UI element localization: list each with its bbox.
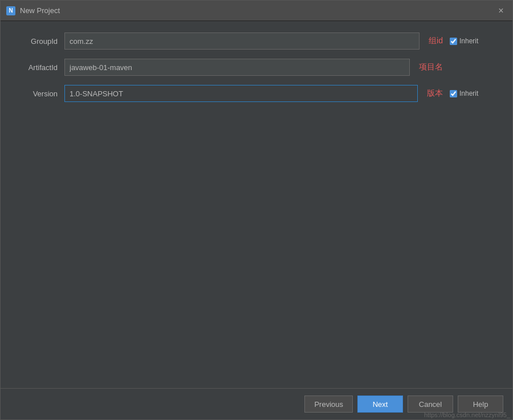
dialog-title: New Project — [20, 6, 60, 15]
watermark: https://blog.csdn.net/nzzynl95_ — [422, 410, 512, 419]
title-bar-left: N New Project — [6, 6, 60, 15]
version-input[interactable] — [64, 85, 418, 102]
artifact-id-annotation: 项目名 — [419, 62, 443, 72]
group-id-row: GroupId 组id Inherit — [12, 32, 501, 50]
next-button[interactable]: Next — [357, 395, 403, 413]
group-id-annotation: 组id — [429, 36, 443, 46]
app-icon: N — [6, 6, 15, 15]
artifact-id-input-wrapper: 项目名 — [64, 59, 443, 76]
version-input-wrapper: 版本 — [64, 85, 443, 102]
version-inherit: Inherit — [450, 89, 501, 97]
previous-button[interactable]: Previous — [304, 395, 353, 413]
group-id-input-wrapper: 组id — [64, 32, 443, 50]
group-id-inherit-label: Inherit — [459, 37, 478, 45]
title-bar: N New Project × — [1, 1, 512, 21]
new-project-dialog: N New Project × GroupId 组id Inherit Arti… — [0, 0, 513, 420]
version-inherit-checkbox[interactable] — [450, 90, 457, 97]
version-annotation: 版本 — [427, 88, 443, 99]
close-button[interactable]: × — [495, 5, 507, 17]
group-id-inherit: Inherit — [450, 37, 501, 45]
group-id-input[interactable] — [64, 32, 420, 50]
group-id-inherit-checkbox[interactable] — [450, 38, 457, 45]
version-label: Version — [12, 89, 58, 98]
content-spacer — [1, 210, 512, 388]
artifact-id-row: ArtifactId 项目名 — [12, 59, 501, 76]
version-inherit-label: Inherit — [459, 89, 478, 97]
artifact-id-label: ArtifactId — [12, 63, 58, 72]
group-id-label: GroupId — [12, 37, 58, 46]
version-row: Version 版本 Inherit — [12, 85, 501, 102]
form-content: GroupId 组id Inherit ArtifactId 项目名 Versi… — [1, 21, 512, 210]
artifact-id-input[interactable] — [64, 59, 410, 76]
